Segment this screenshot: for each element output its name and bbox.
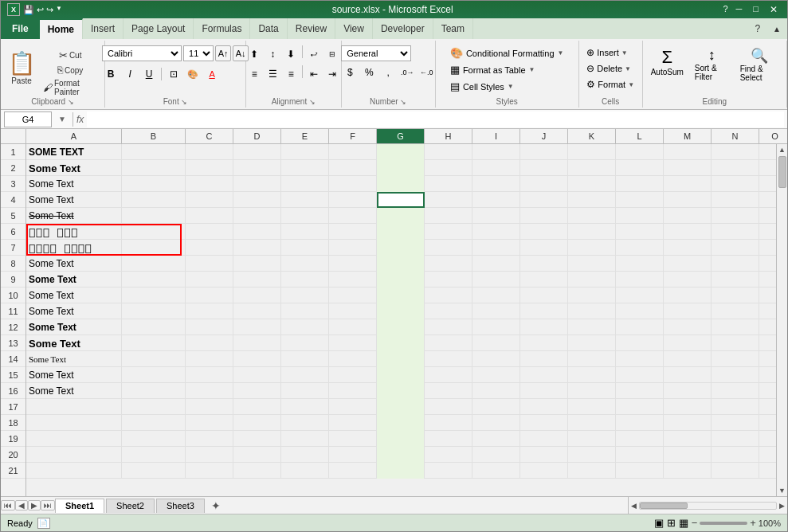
format-painter-button[interactable]: 🖌 Format Painter bbox=[41, 78, 100, 97]
cell-f7[interactable] bbox=[329, 240, 377, 256]
cell-f9[interactable] bbox=[329, 272, 377, 288]
cell-h2[interactable] bbox=[425, 160, 472, 176]
col-header-h[interactable]: H bbox=[425, 129, 472, 143]
cell-k10[interactable] bbox=[568, 288, 616, 303]
cell-d11[interactable] bbox=[233, 303, 281, 319]
cell-g17[interactable] bbox=[377, 399, 425, 415]
scroll-down-button[interactable]: ▼ bbox=[777, 485, 787, 496]
cell-l6[interactable] bbox=[616, 224, 664, 240]
cell-a16[interactable]: Some Text bbox=[26, 383, 122, 399]
tab-page-layout[interactable]: Page Layout bbox=[123, 18, 194, 39]
cell-l7[interactable] bbox=[616, 240, 664, 256]
sheet-nav-first[interactable]: ⏮ bbox=[1, 500, 15, 510]
cell-e1[interactable] bbox=[281, 144, 329, 160]
delete-button[interactable]: ⊖ Delete ▼ bbox=[583, 61, 634, 76]
cell-k14[interactable] bbox=[568, 351, 616, 367]
tab-view[interactable]: View bbox=[335, 18, 373, 39]
cell-h17[interactable] bbox=[425, 399, 472, 415]
cell-h5[interactable] bbox=[425, 208, 472, 224]
cell-e7[interactable] bbox=[281, 240, 329, 256]
cell-a1[interactable]: SOME TEXT bbox=[26, 144, 122, 160]
page-layout-button[interactable]: ⊞ bbox=[667, 517, 676, 529]
cell-o6[interactable] bbox=[759, 224, 776, 240]
cell-m17[interactable] bbox=[664, 399, 712, 415]
hscroll-left-button[interactable]: ◀ bbox=[629, 502, 639, 510]
cell-reference-input[interactable] bbox=[4, 111, 52, 127]
cell-a7[interactable]:   bbox=[26, 240, 122, 256]
conditional-formatting-button[interactable]: 🎨 Conditional Formatting ▼ bbox=[445, 45, 569, 61]
font-color-button[interactable]: A bbox=[203, 65, 221, 83]
format-button[interactable]: ⚙ Format ▼ bbox=[583, 77, 637, 92]
cell-o4[interactable] bbox=[759, 192, 776, 208]
merge-center-button[interactable]: ⊟ bbox=[323, 45, 341, 63]
font-name-selector[interactable]: Calibri bbox=[102, 45, 182, 61]
cell-m5[interactable] bbox=[664, 208, 712, 224]
cell-j6[interactable] bbox=[520, 224, 568, 240]
cell-h7[interactable] bbox=[425, 240, 472, 256]
cell-m3[interactable] bbox=[664, 176, 712, 192]
cell-c6[interactable] bbox=[186, 224, 233, 240]
number-format-selector[interactable]: General bbox=[341, 45, 411, 61]
cell-n12[interactable] bbox=[712, 319, 759, 335]
col-header-e[interactable]: E bbox=[281, 129, 329, 143]
cell-f11[interactable] bbox=[329, 303, 377, 319]
cell-o2[interactable] bbox=[759, 160, 776, 176]
cell-f19[interactable] bbox=[329, 431, 377, 447]
row-num-11[interactable]: 11 bbox=[1, 303, 25, 319]
cell-n7[interactable] bbox=[712, 240, 759, 256]
cell-i15[interactable] bbox=[472, 367, 520, 383]
col-header-i[interactable]: I bbox=[472, 129, 520, 143]
cell-d8[interactable] bbox=[233, 256, 281, 272]
quick-redo-icon[interactable]: ↪ bbox=[46, 5, 53, 15]
cell-n11[interactable] bbox=[712, 303, 759, 319]
cell-d1[interactable] bbox=[233, 144, 281, 160]
cell-o19[interactable] bbox=[759, 431, 776, 447]
cell-g6[interactable] bbox=[377, 224, 425, 240]
cell-g12[interactable] bbox=[377, 319, 425, 335]
cell-h9[interactable] bbox=[425, 272, 472, 288]
cell-d9[interactable] bbox=[233, 272, 281, 288]
cell-m12[interactable] bbox=[664, 319, 712, 335]
row-num-7[interactable]: 7 bbox=[1, 240, 25, 256]
cell-d20[interactable] bbox=[233, 447, 281, 463]
cell-n17[interactable] bbox=[712, 399, 759, 415]
cell-o13[interactable] bbox=[759, 335, 776, 351]
cell-j2[interactable] bbox=[520, 160, 568, 176]
row-num-18[interactable]: 18 bbox=[1, 415, 25, 431]
cell-f18[interactable] bbox=[329, 415, 377, 431]
cell-b12[interactable] bbox=[122, 319, 186, 335]
italic-button[interactable]: I bbox=[121, 65, 139, 83]
cell-f5[interactable] bbox=[329, 208, 377, 224]
cell-g20[interactable] bbox=[377, 447, 425, 463]
cell-b5[interactable] bbox=[122, 208, 186, 224]
cell-i3[interactable] bbox=[472, 176, 520, 192]
align-left-button[interactable]: ≡ bbox=[245, 65, 263, 83]
maximize-button[interactable]: □ bbox=[750, 4, 762, 15]
row-num-6[interactable]: 6 bbox=[1, 224, 25, 240]
cell-n16[interactable] bbox=[712, 383, 759, 399]
cell-h14[interactable] bbox=[425, 351, 472, 367]
cell-j3[interactable] bbox=[520, 176, 568, 192]
cell-n14[interactable] bbox=[712, 351, 759, 367]
sum-button[interactable]: Σ AutoSum bbox=[648, 45, 687, 78]
cell-d2[interactable] bbox=[233, 160, 281, 176]
cell-h4[interactable] bbox=[425, 192, 472, 208]
col-header-j[interactable]: J bbox=[520, 129, 568, 143]
underline-button[interactable]: U bbox=[140, 65, 158, 83]
cell-c5[interactable] bbox=[186, 208, 233, 224]
cell-i7[interactable] bbox=[472, 240, 520, 256]
cell-k21[interactable] bbox=[568, 463, 616, 479]
cell-l4[interactable] bbox=[616, 192, 664, 208]
cell-d21[interactable] bbox=[233, 463, 281, 479]
cell-i19[interactable] bbox=[472, 431, 520, 447]
cell-b14[interactable] bbox=[122, 351, 186, 367]
cell-c18[interactable] bbox=[186, 415, 233, 431]
cell-j13[interactable] bbox=[520, 335, 568, 351]
cell-b11[interactable] bbox=[122, 303, 186, 319]
cell-h15[interactable] bbox=[425, 367, 472, 383]
cell-g19[interactable] bbox=[377, 431, 425, 447]
cell-e8[interactable] bbox=[281, 256, 329, 272]
cell-b3[interactable] bbox=[122, 176, 186, 192]
cell-l21[interactable] bbox=[616, 463, 664, 479]
cell-a9[interactable]: Some Text bbox=[26, 272, 122, 288]
